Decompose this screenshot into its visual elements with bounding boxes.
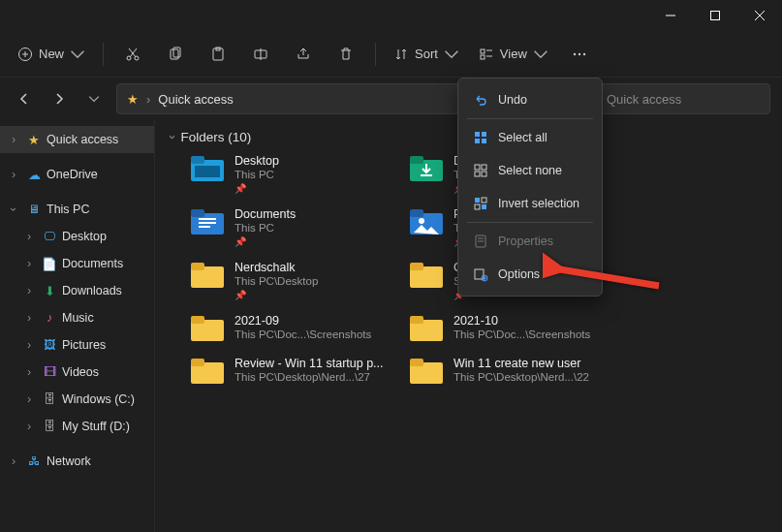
copy-button[interactable]: [156, 38, 195, 71]
separator: [467, 118, 593, 119]
svg-rect-57: [482, 172, 486, 176]
folder-sub: This PC\Doc...\Screenshots: [454, 329, 590, 340]
sidebar-item-label: Pictures: [62, 338, 106, 352]
ctx-select-none[interactable]: Select none: [463, 154, 597, 187]
folder-icon: [190, 261, 225, 290]
svg-rect-60: [475, 204, 480, 209]
sidebar-item-network[interactable]: › 🖧 Network: [0, 448, 154, 475]
star-icon: ★: [25, 133, 43, 147]
svg-point-37: [419, 218, 424, 224]
sidebar-item-label: OneDrive: [47, 168, 98, 181]
plus-circle-icon: [17, 47, 33, 62]
folder-sub: This PC: [235, 169, 279, 180]
svg-point-21: [574, 52, 576, 54]
chevron-down-icon: [533, 47, 548, 62]
svg-point-22: [579, 52, 580, 54]
ctx-label: Invert selection: [498, 197, 579, 210]
view-icon: [479, 47, 494, 62]
sidebar-item-videos[interactable]: ›🎞Videos: [0, 359, 154, 386]
annotation-arrow: [543, 247, 669, 296]
window-titlebar: [0, 0, 782, 31]
sidebar-item-windows-c[interactable]: ›🗄Windows (C:): [0, 386, 154, 413]
cut-icon: [125, 47, 141, 62]
section-title: Folders (10): [181, 130, 252, 144]
folder-icon: [409, 261, 444, 290]
folder-item[interactable]: 2021-09This PC\Doc...\Screenshots: [190, 314, 393, 343]
folder-icon: [409, 314, 444, 343]
cut-button[interactable]: [113, 38, 152, 71]
main-split: › ★ Quick access › ☁ OneDrive › 🖥 This P…: [0, 120, 782, 532]
folder-name: Win 11 create new user: [454, 357, 589, 370]
sidebar-item-label: Desktop: [62, 230, 107, 243]
folder-item[interactable]: DocumentsThis PC📌: [190, 207, 393, 247]
ctx-label: Properties: [498, 235, 553, 248]
sidebar-item-onedrive[interactable]: › ☁ OneDrive: [0, 161, 154, 188]
ctx-label: Undo: [498, 93, 527, 107]
paste-button[interactable]: [199, 38, 237, 71]
folder-sub: This PC\Doc...\Screenshots: [235, 329, 371, 340]
rename-button[interactable]: [241, 38, 280, 71]
sidebar-item-quick-access[interactable]: › ★ Quick access: [0, 126, 154, 153]
search-input[interactable]: Quick access: [596, 83, 770, 114]
share-icon: [296, 47, 311, 62]
sidebar-item-label: Quick access: [47, 133, 118, 146]
navigation-row: ★ › Quick access Quick access: [0, 78, 782, 120]
folder-name: 2021-09: [235, 314, 371, 328]
toolbar: New Sort View: [0, 31, 782, 78]
ctx-invert-selection[interactable]: Invert selection: [463, 187, 597, 220]
folder-item[interactable]: 2021-10This PC\Doc...\Screenshots: [409, 314, 612, 343]
sidebar-item-label: This PC: [47, 203, 89, 216]
ctx-select-all[interactable]: Select all: [463, 121, 597, 154]
ctx-undo[interactable]: Undo: [463, 83, 597, 116]
share-button[interactable]: [284, 38, 323, 71]
folder-item[interactable]: NerdschalkThis PC\Desktop📌: [190, 261, 393, 300]
search-placeholder: Quick access: [607, 92, 681, 107]
sidebar-item-documents[interactable]: ›📄Documents: [0, 250, 154, 277]
folder-sub: This PC\Desktop\Nerd...\27: [235, 371, 384, 383]
sidebar-item-pictures[interactable]: ›🖼Pictures: [0, 331, 154, 359]
back-button[interactable]: [12, 86, 37, 111]
sidebar-item-desktop[interactable]: ›🖵Desktop: [0, 223, 154, 250]
folder-item[interactable]: Win 11 create new userThis PC\Desktop\Ne…: [409, 357, 612, 386]
svg-rect-39: [191, 263, 204, 270]
svg-rect-32: [199, 218, 216, 220]
svg-rect-36: [410, 209, 423, 217]
chevron-down-icon: ›: [7, 202, 20, 217]
folder-name: Nerdschalk: [235, 261, 318, 274]
recent-dropdown[interactable]: [81, 86, 107, 111]
folder-sub: This PC\Desktop\Nerd...\22: [454, 371, 589, 383]
delete-button[interactable]: [327, 38, 365, 71]
svg-rect-59: [482, 198, 486, 203]
new-button[interactable]: New: [10, 38, 93, 71]
folder-item[interactable]: DesktopThis PC📌: [190, 154, 393, 194]
select-all-icon: [473, 130, 488, 145]
folder-icon: [409, 154, 444, 183]
sidebar-item-label: Network: [47, 454, 91, 468]
folder-item[interactable]: Review - Win 11 startup p...This PC\Desk…: [190, 357, 393, 386]
pin-icon: 📌: [235, 183, 279, 194]
close-button[interactable]: [737, 0, 782, 31]
folder-sub: This PC\Desktop: [235, 275, 318, 287]
star-icon: ★: [127, 92, 139, 107]
sidebar-item-mystuff-d[interactable]: ›🗄My Stuff (D:): [0, 413, 154, 440]
sidebar-item-downloads[interactable]: ›⬇Downloads: [0, 277, 154, 304]
sidebar-item-music[interactable]: ›♪Music: [0, 304, 154, 331]
sidebar-item-this-pc[interactable]: › 🖥 This PC: [0, 196, 154, 223]
svg-rect-45: [410, 316, 423, 324]
minimize-button[interactable]: [648, 0, 693, 31]
sidebar-item-label: Downloads: [62, 284, 122, 297]
sidebar-item-label: My Stuff (D:): [62, 420, 130, 433]
select-none-icon: [473, 163, 488, 178]
svg-rect-31: [191, 209, 204, 217]
forward-button[interactable]: [47, 86, 72, 111]
folder-name: 2021-10: [454, 314, 590, 328]
svg-rect-34: [199, 226, 210, 228]
svg-rect-1: [711, 12, 720, 20]
svg-rect-53: [482, 139, 486, 143]
network-icon: 🖧: [25, 454, 43, 468]
sort-button[interactable]: Sort: [386, 38, 467, 71]
svg-rect-25: [191, 156, 204, 164]
view-button[interactable]: View: [471, 38, 556, 71]
maximize-button[interactable]: [693, 0, 737, 31]
more-button[interactable]: [560, 38, 599, 71]
